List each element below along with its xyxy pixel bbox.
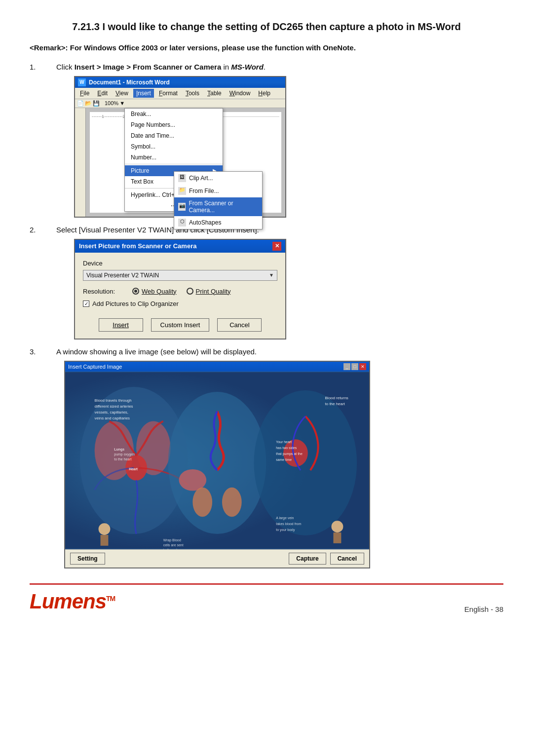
picture-submenu: 🖼 Clip Art... 📁 From File... 📷 From Scan… [174, 171, 263, 229]
svg-text:that pumps at the: that pumps at the [276, 452, 303, 456]
add-pictures-row: ✓ Add Pictures to Clip Organizer [83, 300, 277, 307]
capture-cancel-button[interactable]: Cancel [330, 553, 364, 565]
svg-text:Lungs: Lungs [114, 448, 124, 452]
device-label: Device [83, 260, 277, 267]
menu-page-numbers[interactable]: Page Numbers... [125, 119, 223, 130]
capture-titlebar-buttons: _ □ ✕ [343, 363, 366, 370]
svg-rect-26 [101, 535, 109, 546]
svg-text:Your heart: Your heart [276, 440, 292, 444]
fromfile-icon: 📁 [178, 187, 186, 195]
word-title: Document1 - Microsoft Word [89, 79, 170, 86]
svg-text:different sized arteries: different sized arteries [95, 404, 133, 408]
word-icon: W [78, 78, 86, 86]
close-window-button[interactable]: ✕ [359, 363, 366, 370]
device-select-row: Visual Presenter V2 TWAIN ▼ [83, 270, 277, 281]
print-quality-label: Print Quality [196, 288, 231, 295]
resolution-row: Resolution: Web Quality Print Quality [83, 288, 277, 295]
word-menubar: File Edit View Insert Format Tools Table… [75, 88, 285, 99]
dialog-titlebar: Insert Picture from Scanner or Camera ✕ [75, 240, 285, 253]
step-1-num: 1. [30, 63, 44, 71]
svg-text:takes blood from: takes blood from [276, 522, 302, 526]
svg-text:has two sides: has two sides [276, 446, 297, 450]
scanner-icon: 📷 [178, 203, 186, 211]
svg-text:pump oxygen: pump oxygen [114, 453, 135, 456]
web-quality-radio[interactable] [132, 288, 139, 295]
menu-symbol[interactable]: Symbol... [125, 141, 223, 152]
web-quality-option[interactable]: Web Quality [132, 288, 177, 295]
cancel-button[interactable]: Cancel [217, 318, 262, 332]
insert-button[interactable]: Insert [99, 318, 143, 332]
word-screenshot: W Document1 - Microsoft Word File Edit V… [74, 76, 286, 218]
svg-text:to the heart: to the heart [325, 401, 345, 406]
step-1-text: Click Insert > Image > From Scanner or C… [56, 63, 286, 71]
word-toolbar: 📄📂💾 100% ▼ [75, 99, 285, 108]
word-titlebar: W Document1 - Microsoft Word [75, 77, 285, 88]
custom-insert-button[interactable]: Custom Insert [151, 318, 210, 332]
capture-footer: Setting Capture Cancel [65, 549, 369, 567]
dialog-close-button[interactable]: ✕ [272, 242, 281, 251]
minimize-button[interactable]: _ [343, 363, 350, 370]
dialog-title: Insert Picture from Scanner or Camera [79, 242, 196, 250]
svg-point-7 [192, 487, 212, 517]
menu-view[interactable]: View [113, 89, 131, 98]
menu-date-time[interactable]: Date and Time... [125, 130, 223, 141]
step-3-num: 3. [30, 347, 44, 356]
web-quality-label: Web Quality [142, 288, 177, 295]
capture-footer-right: Capture Cancel [289, 553, 364, 565]
submenu-fromfile[interactable]: 📁 From File... [174, 185, 262, 197]
svg-point-27 [331, 521, 343, 532]
print-quality-radio[interactable] [187, 288, 193, 295]
capture-title: Insert Captured Image [68, 364, 122, 370]
svg-text:cells are sent: cells are sent [163, 543, 184, 546]
svg-rect-28 [333, 532, 341, 543]
clipart-icon: 🖼 [178, 174, 186, 182]
capture-image-area: Blood travels through different sized ar… [65, 372, 369, 549]
lumens-logo: LumensTM [30, 590, 115, 613]
menu-break[interactable]: Break... [125, 109, 223, 119]
print-quality-option[interactable]: Print Quality [187, 288, 231, 295]
menu-format[interactable]: Format [156, 89, 181, 98]
svg-text:vessels, capillaries,: vessels, capillaries, [95, 410, 128, 414]
word-body: · · · · 1 · · · · · · · 2 · Break... Pag… [75, 108, 285, 217]
biology-diagram: Blood travels through different sized ar… [65, 372, 369, 549]
autoshapes-icon: ⬡ [178, 219, 186, 227]
menu-window[interactable]: Window [227, 89, 254, 98]
capture-window: Insert Captured Image _ □ ✕ [64, 361, 370, 568]
menu-number[interactable]: Number... [125, 152, 223, 163]
svg-text:A large vein: A large vein [276, 516, 294, 520]
svg-text:to the heart: to the heart [114, 457, 131, 461]
svg-text:to the spleen: to the spleen [163, 548, 183, 549]
menu-file[interactable]: File [77, 89, 92, 98]
device-select[interactable]: Visual Presenter V2 TWAIN ▼ [83, 270, 277, 281]
menu-table[interactable]: Table [204, 89, 225, 98]
setting-button[interactable]: Setting [70, 553, 105, 565]
svg-text:veins and capillaries: veins and capillaries [95, 416, 130, 420]
step-3-text: A window showing a live image (see below… [56, 347, 370, 356]
device-value: Visual Presenter V2 TWAIN [86, 272, 159, 279]
svg-point-17 [254, 390, 357, 535]
menu-tools[interactable]: Tools [183, 89, 202, 98]
svg-point-8 [222, 487, 242, 517]
menu-edit[interactable]: Edit [94, 89, 111, 98]
insert-dialog: Insert Picture from Scanner or Camera ✕ … [74, 239, 286, 340]
capture-button[interactable]: Capture [289, 553, 326, 565]
page-number: English - 38 [464, 605, 503, 613]
page-title: 7.21.3 I would like to change the settin… [30, 20, 503, 34]
add-pictures-label: Add Pictures to Clip Organizer [92, 300, 179, 307]
svg-text:Blood travels through: Blood travels through [95, 398, 132, 402]
submenu-scanner[interactable]: 📷 From Scanner or Camera... [174, 197, 262, 216]
dialog-body: Device Visual Presenter V2 TWAIN ▼ Resol… [75, 253, 285, 339]
trademark-symbol: TM [106, 595, 115, 603]
submenu-clipart[interactable]: 🖼 Clip Art... [174, 172, 262, 185]
select-arrow-icon: ▼ [269, 272, 274, 278]
submenu-autoshapes[interactable]: ⬡ AutoShapes [174, 216, 262, 229]
page-footer: LumensTM English - 38 [30, 583, 503, 613]
maximize-button[interactable]: □ [351, 363, 358, 370]
add-pictures-checkbox[interactable]: ✓ [83, 301, 89, 307]
menu-help[interactable]: Help [255, 89, 273, 98]
separator-1 [125, 164, 223, 164]
menu-insert[interactable]: Insert [133, 89, 154, 98]
remark-text: <Remark>: For Windows Office 2003 or lat… [30, 42, 503, 54]
resolution-label: Resolution: [83, 288, 122, 295]
svg-text:same time: same time [276, 457, 292, 461]
